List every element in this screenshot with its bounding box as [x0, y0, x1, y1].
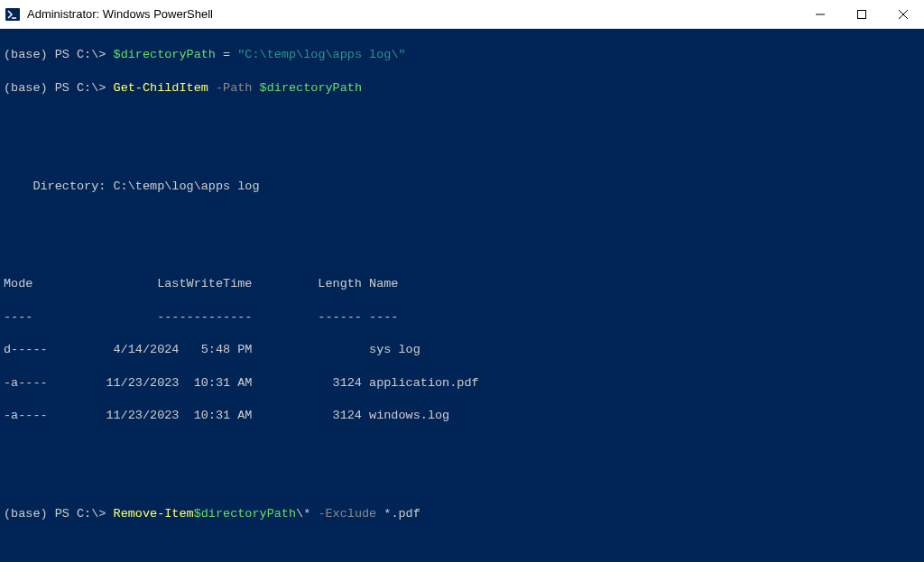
table-separator: ---- ------------- ------ ----: [4, 309, 920, 326]
powershell-icon: [5, 7, 20, 22]
cmdlet: Remove-Item: [114, 507, 194, 521]
param: -Path: [208, 81, 260, 95]
table-row: -a---- 11/23/2023 10:31 AM 3124 windows.…: [4, 408, 920, 424]
minimize-button[interactable]: [799, 0, 841, 28]
table-row: -a---- 11/23/2023 10:31 AM 3124 applicat…: [4, 375, 920, 392]
directory-header: Directory: C:\temp\log\apps log: [4, 179, 920, 195]
command-line: (base) PS C:\> Remove-Item$directoryPath…: [4, 506, 920, 522]
table-header: Mode LastWriteTime Length Name: [4, 276, 920, 292]
blank-line: [4, 539, 920, 555]
terminal-output[interactable]: (base) PS C:\> $directoryPath = "C:\temp…: [0, 29, 924, 562]
prompt: (base) PS C:\>: [4, 507, 114, 521]
prompt: (base) PS C:\>: [4, 48, 114, 61]
blank-line: [4, 145, 920, 161]
maximize-button[interactable]: [841, 0, 882, 28]
variable: $directoryPath: [114, 48, 216, 61]
window-controls: [799, 0, 924, 28]
param: -Exclude: [310, 507, 383, 521]
command-line: (base) PS C:\> $directoryPath = "C:\temp…: [4, 47, 920, 63]
table-row: d----- 4/14/2024 5:48 PM sys log: [4, 342, 920, 358]
close-button[interactable]: [882, 0, 924, 28]
cmdlet: Get-ChildItem: [114, 81, 208, 95]
titlebar: Administrator: Windows PowerShell: [0, 0, 924, 29]
prompt: (base) PS C:\>: [4, 81, 114, 95]
svg-rect-3: [858, 10, 866, 18]
blank-line: [4, 113, 920, 129]
variable: $directoryPath: [260, 81, 362, 95]
window-title: Administrator: Windows PowerShell: [27, 7, 799, 21]
command-line: (base) PS C:\> Get-ChildItem -Path $dire…: [4, 80, 920, 97]
blank-line: [4, 474, 920, 490]
blank-line: [4, 211, 920, 227]
string-literal: "C:\temp\log\apps log\": [237, 48, 405, 61]
blank-line: [4, 244, 920, 260]
blank-line: [4, 441, 920, 457]
variable: $directoryPath: [194, 507, 296, 521]
